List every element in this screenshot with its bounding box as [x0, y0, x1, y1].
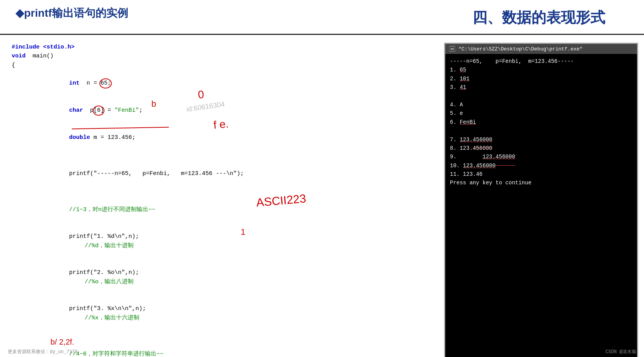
- section-title: ◆printf输出语句的实例: [16, 6, 128, 21]
- terminal-output-5: 5. e: [450, 109, 632, 118]
- terminal-output-press: Press any key to continue: [450, 178, 632, 187]
- bottom-bar: 更多资源联系微信：dy_un_7173 CSDN @淡水瑜: [0, 348, 644, 355]
- terminal-output-6: 6. FenBi: [450, 118, 632, 127]
- bottom-right-text: CSDN @淡水瑜: [606, 348, 636, 355]
- terminal-output-7: 7. 123.456000: [450, 135, 632, 144]
- code-line-printf1: printf("1. %d\n",n); //%d，输出十进制: [12, 223, 427, 259]
- terminal-body: -----n=65, p=Fenbi, m=123.456----- 1. 65…: [445, 54, 637, 191]
- terminal-icon: [449, 46, 455, 52]
- header: ◆printf输出语句的实例 四、数据的表现形式: [0, 0, 644, 35]
- code-line-double-m: double m = 123.456;: [12, 124, 427, 151]
- code-line-printf2: printf("2. %o\n",n); //%o，输出八进制: [12, 259, 427, 295]
- header-left: ◆printf输出语句的实例: [16, 6, 128, 21]
- code-line-comment-123: //1~3，对n进行不同进制输出~~: [12, 196, 427, 223]
- terminal-output-4: 4. A: [450, 101, 632, 109]
- code-wrapper: id:60616304 #include <stdio.h> void main…: [12, 43, 427, 357]
- terminal-output-1: 1. 65: [450, 66, 632, 74]
- code-line-printf3: printf("3. %x\n\n",n); //%x，输出十六进制: [12, 295, 427, 331]
- code-line-blank3: [12, 331, 427, 340]
- terminal-output-11: 11. 123.46: [450, 170, 632, 178]
- terminal-output-2: 2. 101: [450, 75, 632, 83]
- bottom-left-text: 更多资源联系微信：dy_un_7173: [8, 348, 78, 355]
- terminal-output-9: 9. 123.456000: [450, 153, 632, 161]
- code-line-blank1: [12, 151, 427, 160]
- terminal-output-8: 8. 123.456000: [450, 144, 632, 153]
- terminal-titlebar: "C:\Users\SZZ\Desktop\C\Debug\printf.exe…: [445, 44, 637, 54]
- code-line-include: #include <stdio.h>: [12, 43, 427, 52]
- svg-rect-2: [450, 48, 454, 50]
- code-line-brace-open: {: [12, 61, 427, 70]
- terminal-output-10: 10. 123.456000: [450, 161, 632, 170]
- code-line-blank2: [12, 187, 427, 196]
- terminal-output-0: -----n=65, p=Fenbi, m=123.456-----: [450, 57, 632, 66]
- code-line-printf-main: printf("-----n=65, p=Fenbi, m=123.456 --…: [12, 160, 427, 187]
- content-area: id:60616304 #include <stdio.h> void main…: [0, 35, 644, 357]
- terminal-output-blank1: [450, 92, 632, 101]
- terminal-output-blank2: [450, 127, 632, 135]
- main-title: 四、数据的表现形式: [472, 6, 628, 28]
- terminal-output-3: 3. 41: [450, 83, 632, 92]
- slide-container: ◆printf输出语句的实例 四、数据的表现形式 id:60616304 #in…: [0, 0, 644, 357]
- terminal-title: "C:\Users\SZZ\Desktop\C\Debug\printf.exe…: [458, 46, 583, 52]
- code-line-int-n: int n = 65;: [12, 70, 427, 97]
- code-line-void: void main(): [12, 52, 427, 61]
- code-block: #include <stdio.h> void main() { int n =…: [12, 43, 427, 357]
- terminal-window: "C:\Users\SZZ\Desktop\C\Debug\printf.exe…: [444, 43, 638, 357]
- code-section: id:60616304 #include <stdio.h> void main…: [0, 39, 438, 357]
